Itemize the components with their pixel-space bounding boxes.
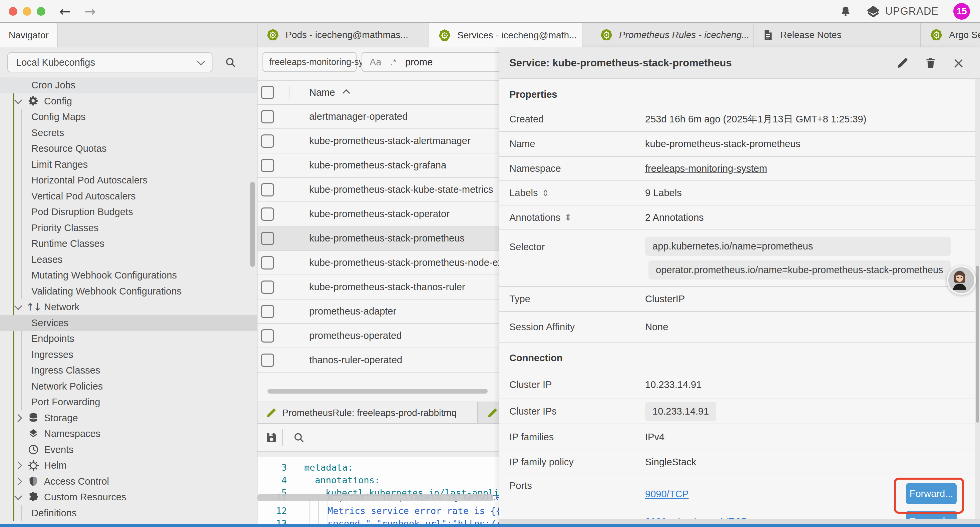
sidebar-item-leases[interactable]: Leases bbox=[0, 252, 257, 268]
sidebar-item-pod-disruption-budgets[interactable]: Pod Disruption Budgets bbox=[0, 204, 257, 220]
table-row[interactable]: kube-prometheus-stack-prometheus bbox=[258, 226, 499, 251]
tab-services-icecheng-math[interactable]: Services - icecheng@math...× bbox=[429, 23, 582, 47]
sidebar-item-mutating-webhook-configurations[interactable]: Mutating Webhook Configurations bbox=[0, 267, 257, 283]
row-checkbox[interactable] bbox=[261, 232, 274, 245]
delete-trash-icon[interactable] bbox=[924, 57, 937, 69]
tab-argo-se[interactable]: Argo Se bbox=[921, 23, 980, 47]
row-checkbox[interactable] bbox=[261, 110, 274, 123]
row-checkbox[interactable] bbox=[261, 280, 274, 294]
sidebar-item-storage[interactable]: Storage bbox=[0, 410, 257, 426]
chevron-right-icon[interactable] bbox=[14, 462, 22, 470]
row-checkbox[interactable] bbox=[261, 305, 274, 318]
sidebar-item-helm[interactable]: Helm bbox=[0, 458, 257, 474]
drawer-scrollbar-track[interactable] bbox=[975, 79, 980, 522]
window-zoom-button[interactable] bbox=[37, 7, 45, 16]
sidebar-item-cron-jobs[interactable]: Cron Jobs bbox=[0, 77, 257, 93]
sidebar-item-access-control[interactable]: Access Control bbox=[0, 474, 257, 490]
row-checkbox[interactable] bbox=[261, 329, 274, 342]
edit-pencil-icon[interactable] bbox=[896, 57, 909, 69]
notification-badge[interactable]: 15 bbox=[953, 3, 970, 20]
port-link[interactable]: 9090/TCP bbox=[645, 489, 689, 500]
table-row[interactable]: kube-prometheus-stack-grafana bbox=[258, 153, 499, 178]
sidebar-item-validating-webhook-configurations[interactable]: Validating Webhook Configurations bbox=[0, 283, 257, 299]
drawer-scrollbar-thumb[interactable] bbox=[976, 266, 979, 423]
sidebar-item-services[interactable]: Services bbox=[0, 315, 257, 331]
close-icon[interactable]: × bbox=[952, 56, 965, 70]
back-button[interactable]: ← bbox=[59, 5, 71, 18]
forward-button[interactable]: → bbox=[85, 5, 96, 18]
sidebar-item-vertical-pod-autoscalers[interactable]: Vertical Pod Autoscalers bbox=[0, 188, 257, 204]
table-row[interactable]: kube-prometheus-stack-prometheus-node-ex… bbox=[258, 251, 499, 275]
sidebar-item-resource-quotas[interactable]: Resource Quotas bbox=[0, 141, 257, 157]
editor-horizontal-scrollbar[interactable] bbox=[258, 494, 493, 502]
chevron-right-icon[interactable] bbox=[14, 414, 22, 422]
sidebar-item-config[interactable]: Config bbox=[0, 93, 257, 110]
sidebar-item-runtime-classes[interactable]: Runtime Classes bbox=[0, 236, 257, 252]
tab-release-notes[interactable]: Release Notes bbox=[754, 23, 921, 47]
sidebar-scrollbar[interactable] bbox=[250, 182, 255, 267]
table-row[interactable]: kube-prometheus-stack-alertmanager bbox=[258, 129, 499, 153]
table-row[interactable]: kube-prometheus-stack-operator bbox=[258, 202, 499, 226]
editor-search-icon[interactable] bbox=[293, 431, 305, 444]
select-all-checkbox[interactable] bbox=[261, 86, 274, 99]
table-row[interactable]: prometheus-adapter bbox=[258, 299, 499, 324]
sidebar-item-port-forwarding[interactable]: Port Forwarding bbox=[0, 394, 257, 410]
sidebar-search-icon[interactable] bbox=[224, 56, 237, 68]
row-checkbox[interactable] bbox=[261, 353, 274, 367]
list-search-input[interactable]: Aa .* prome bbox=[361, 52, 499, 72]
sidebar-item-limit-ranges[interactable]: Limit Ranges bbox=[0, 157, 257, 173]
sidebar-item-config-maps[interactable]: Config Maps bbox=[0, 109, 257, 125]
sidebar-item-horizontal-pod-autoscalers[interactable]: Horizontal Pod Autoscalers bbox=[0, 172, 257, 188]
sort-updown-icon[interactable]: ⇕ bbox=[565, 212, 572, 223]
sidebar-item-ingresses[interactable]: Ingresses bbox=[0, 347, 257, 363]
namespace-link[interactable]: freeleaps-monitoring-system bbox=[645, 163, 767, 174]
sidebar-item-endpoints[interactable]: Endpoints bbox=[0, 331, 257, 347]
table-row[interactable]: prometheus-operated bbox=[258, 324, 499, 348]
save-icon[interactable] bbox=[265, 431, 278, 444]
table-row[interactable]: kube-prometheus-stack-kube-state-metrics bbox=[258, 178, 499, 202]
sidebar-item-custom-resources[interactable]: Custom Resources bbox=[0, 489, 257, 505]
editor-tab-next-partial[interactable] bbox=[478, 402, 499, 423]
row-checkbox[interactable] bbox=[261, 159, 274, 172]
sidebar-item-events[interactable]: Events bbox=[0, 442, 257, 458]
chevron-down-icon[interactable] bbox=[14, 96, 22, 104]
editor-band bbox=[258, 452, 499, 457]
editor-tab-prometheusrule[interactable]: PrometheusRule: freeleaps-prod-rabbitmq bbox=[258, 402, 478, 423]
chevron-down-icon[interactable] bbox=[14, 302, 22, 310]
upgrade-button[interactable]: UPGRADE bbox=[867, 5, 939, 18]
window-close-button[interactable] bbox=[9, 7, 18, 16]
regex-toggle[interactable]: .* bbox=[390, 57, 396, 68]
line-number: 3 bbox=[258, 462, 287, 473]
kubeconfig-select[interactable]: Local Kubeconfigs bbox=[7, 53, 213, 72]
column-header-name[interactable]: Name bbox=[309, 87, 335, 98]
chevron-right-icon[interactable] bbox=[14, 477, 22, 485]
window-minimize-button[interactable] bbox=[23, 7, 31, 16]
row-checkbox[interactable] bbox=[261, 183, 274, 196]
table-row[interactable]: alertmanager-operated bbox=[258, 105, 499, 129]
namespace-filter-select[interactable]: freeleaps-monitoring-system bbox=[262, 52, 356, 72]
chevron-down-icon[interactable] bbox=[14, 492, 22, 500]
sidebar-item-ingress-classes[interactable]: Ingress Classes bbox=[0, 363, 257, 379]
tab-navigator[interactable]: Navigator bbox=[0, 23, 58, 47]
row-checkbox[interactable] bbox=[261, 207, 274, 221]
sidebar-item-namespaces[interactable]: Namespaces bbox=[0, 426, 257, 442]
sidebar-item-priority-classes[interactable]: Priority Classes bbox=[0, 220, 257, 236]
sort-updown-icon[interactable]: ⇕ bbox=[542, 188, 549, 198]
sidebar-item-secrets[interactable]: Secrets bbox=[0, 125, 257, 141]
tab-pods-icecheng-mathmas[interactable]: Pods - icecheng@mathmas... bbox=[258, 23, 429, 47]
table-row[interactable]: kube-prometheus-stack-thanos-ruler bbox=[258, 275, 499, 299]
table-row[interactable]: thanos-ruler-operated bbox=[258, 348, 499, 373]
tab-prometheus-rules-icecheng[interactable]: Prometheus Rules - icecheng... bbox=[591, 23, 754, 47]
row-checkbox[interactable] bbox=[261, 134, 274, 148]
bell-icon[interactable] bbox=[839, 5, 852, 18]
user-avatar[interactable] bbox=[947, 266, 976, 295]
horizontal-scrollbar[interactable] bbox=[267, 389, 488, 393]
yaml-editor[interactable]: 3metadata:4annotations:5kubectl.kubernet… bbox=[258, 457, 499, 527]
sidebar-item-network[interactable]: ↑↓Network bbox=[0, 299, 257, 315]
sidebar-item-network-policies[interactable]: Network Policies bbox=[0, 379, 257, 395]
match-case-toggle[interactable]: Aa bbox=[369, 57, 381, 68]
sidebar-item-definitions[interactable]: Definitions bbox=[0, 505, 257, 521]
row-checkbox[interactable] bbox=[261, 256, 274, 269]
updown-icon: ↑↓ bbox=[27, 301, 40, 313]
titlebar: ← → UPGRADE 15 bbox=[0, 0, 980, 23]
